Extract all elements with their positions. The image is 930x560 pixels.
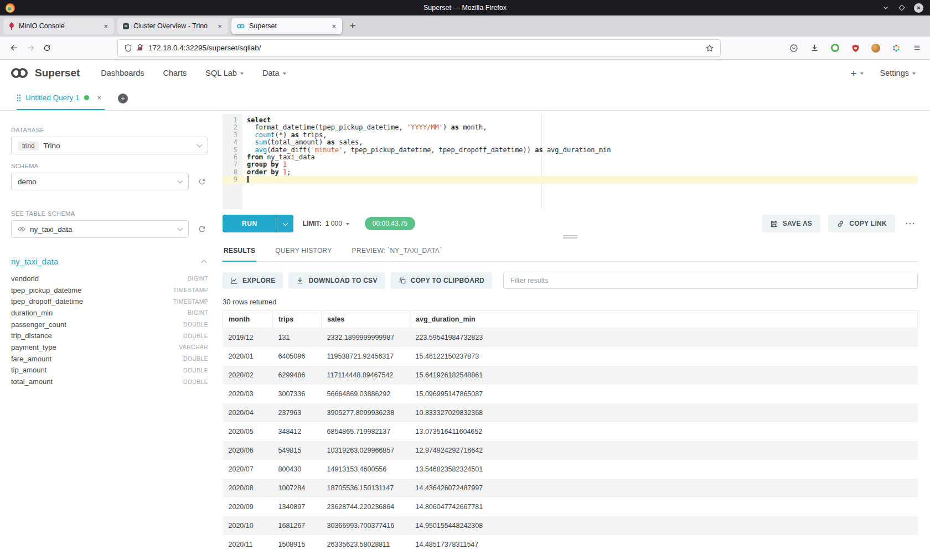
code-line[interactable]: 1select — [223, 117, 918, 124]
bookmark-star-icon[interactable] — [705, 44, 714, 53]
table-cell: 2332.1899999999987 — [322, 328, 410, 348]
extension-cookie-icon[interactable] — [868, 40, 884, 56]
forward-icon[interactable] — [22, 40, 39, 56]
column-header[interactable]: sales — [322, 311, 410, 328]
column-header[interactable]: trips — [273, 311, 322, 328]
run-button[interactable]: RUN — [223, 215, 277, 232]
save-as-button[interactable]: SAVE AS — [762, 215, 820, 232]
nav-dashboards[interactable]: Dashboards — [101, 69, 144, 77]
tracking-shield-icon[interactable] — [124, 44, 132, 53]
tab-close-icon[interactable]: × — [216, 22, 223, 30]
code-line[interactable]: 8order by 1; — [223, 169, 918, 176]
collapse-chevron-icon[interactable] — [202, 260, 207, 265]
superset-logo[interactable]: Superset — [9, 67, 80, 79]
tab-query-history[interactable]: QUERY HISTORY — [274, 241, 333, 262]
column-name: vendorid — [11, 274, 39, 283]
drag-grip-icon[interactable] — [17, 94, 21, 102]
query-timer-badge: 00:00:43.75 — [365, 217, 415, 230]
copy-link-button[interactable]: COPY LINK — [828, 215, 895, 232]
new-tab-button[interactable]: + — [345, 20, 360, 32]
table-row: 2020/053484126854865.71998213713.0735164… — [223, 422, 918, 441]
trino-icon — [122, 23, 130, 30]
table-cell: 14.950155448242308 — [410, 516, 918, 535]
copy-icon — [399, 277, 406, 284]
tab-close-icon[interactable]: × — [330, 22, 337, 30]
sql-editor[interactable]: 1select2 format_datetime(tpep_pickup_dat… — [223, 114, 918, 209]
column-name: tip_amount — [11, 366, 46, 374]
code-line[interactable]: 2 format_datetime(tpep_pickup_datetime, … — [223, 124, 918, 131]
refresh-schema-icon[interactable] — [196, 175, 208, 188]
extension-green-icon[interactable] — [827, 40, 843, 56]
query-tab[interactable]: Untitled Query 1 × — [17, 86, 105, 110]
schema-select[interactable]: demo — [11, 173, 189, 190]
menu-icon[interactable] — [909, 40, 924, 56]
download-csv-button[interactable]: DOWNLOAD TO CSV — [288, 272, 385, 289]
downloads-icon[interactable] — [807, 40, 822, 56]
column-header[interactable]: avg_duration_min — [410, 311, 918, 328]
line-number: 7 — [223, 161, 242, 168]
browser-tab-minio[interactable]: MinIO Console × — [3, 18, 114, 34]
code-text: format_datetime(tpep_pickup_datetime, 'Y… — [242, 124, 487, 131]
table-cell: 2020/06 — [223, 441, 273, 460]
tab-preview-table[interactable]: PREVIEW: `NY_TAXI_DATA` — [351, 241, 443, 262]
code-line[interactable]: 6from ny_taxi_data — [223, 154, 918, 161]
pocket-icon[interactable] — [786, 40, 802, 56]
nav-data[interactable]: Data — [262, 69, 286, 77]
tab-results[interactable]: RESULTS — [223, 241, 256, 262]
window-minimize-icon[interactable] — [882, 4, 890, 12]
limit-dropdown[interactable]: LIMIT: 1 000 — [303, 220, 349, 227]
column-header[interactable]: month — [223, 311, 273, 328]
tab-close-icon[interactable]: × — [102, 22, 109, 30]
more-options-icon[interactable]: ⋯ — [903, 217, 918, 230]
line-number: 1 — [223, 117, 242, 124]
table-cell: 14913153.4600556 — [322, 460, 410, 479]
table-schema-label: SEE TABLE SCHEMA — [11, 210, 208, 217]
code-line[interactable]: 3 count(*) as trips, — [223, 132, 918, 139]
settings-menu[interactable]: Settings — [880, 69, 916, 77]
code-line[interactable]: 5 avg(date_diff('minute', tpep_pickup_da… — [223, 147, 918, 154]
table-row: 2020/016405096119538721.9245631715.46122… — [223, 347, 918, 366]
table-cell: 2020/08 — [223, 479, 273, 497]
results-table: monthtripssalesavg_duration_min 2019/121… — [223, 310, 918, 554]
database-select[interactable]: trino Trino — [11, 137, 208, 154]
query-tab-close-icon[interactable]: × — [97, 94, 102, 102]
ublock-shield-icon[interactable] — [848, 40, 863, 56]
table-select[interactable]: ny_taxi_data — [11, 220, 189, 238]
extension-pinwheel-icon[interactable] — [888, 40, 904, 56]
url-bar[interactable]: 172.18.0.4:32295/superset/sqllab/ — [117, 39, 721, 57]
table-columns-list: vendorid BIGINT tpep_pickup_datetime TIM… — [11, 273, 208, 387]
line-number: 5 — [223, 147, 242, 154]
back-icon[interactable] — [6, 40, 22, 56]
filter-results-input[interactable] — [503, 272, 918, 289]
new-menu-button[interactable]: + — [850, 68, 863, 79]
refresh-table-icon[interactable] — [196, 223, 208, 235]
insecure-lock-icon[interactable] — [136, 44, 144, 52]
code-line[interactable]: 4 sum(total_amount) as sales, — [223, 139, 918, 146]
plus-icon: + — [850, 68, 856, 79]
nav-charts[interactable]: Charts — [163, 69, 187, 77]
run-options-button[interactable] — [277, 215, 293, 232]
code-line[interactable]: 9 — [223, 176, 918, 183]
results-header-row: monthtripssalesavg_duration_min — [223, 311, 918, 328]
copy-clipboard-button[interactable]: COPY TO CLIPBOARD — [391, 272, 492, 289]
code-line[interactable]: 7group by 1 — [223, 161, 918, 168]
table-cell: 10319263.029966857 — [322, 441, 410, 460]
nav-sql-lab[interactable]: SQL Lab — [205, 69, 244, 77]
window-maximize-icon[interactable] — [898, 4, 905, 11]
column-row: passenger_count DOUBLE — [11, 319, 208, 330]
explore-button[interactable]: EXPLORE — [223, 272, 283, 289]
table-cell: 1340897 — [273, 497, 322, 516]
caret-down-icon — [240, 72, 244, 75]
browser-navbar: 172.18.0.4:32295/superset/sqllab/ — [0, 37, 930, 60]
reload-icon[interactable] — [39, 40, 55, 56]
table-name-link[interactable]: ny_taxi_data — [11, 257, 58, 266]
browser-tab-trino[interactable]: Cluster Overview - Trino × — [117, 18, 228, 34]
sql-editor-lines: 1select2 format_datetime(tpep_pickup_dat… — [223, 114, 918, 184]
caret-down-icon — [283, 72, 286, 75]
table-row: 2020/11150891526335623.5802881114.485173… — [223, 535, 918, 554]
table-cell: 117114448.89467542 — [322, 366, 410, 385]
pane-resize-handle[interactable] — [563, 235, 577, 238]
add-query-tab-button[interactable]: + — [118, 94, 128, 103]
window-close-icon[interactable]: × — [914, 3, 923, 13]
browser-tab-superset[interactable]: Superset × — [231, 18, 342, 34]
